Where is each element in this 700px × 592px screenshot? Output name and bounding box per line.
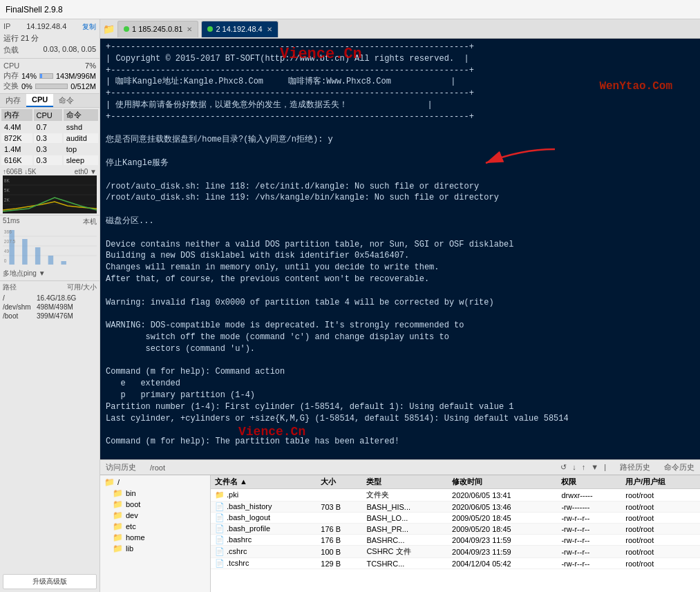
terminal[interactable]: Vience.Cn WenYtao.Com Vience.Cn +-------…: [100, 39, 700, 459]
path-row: /16.4G/18.6G: [3, 294, 97, 303]
file-row[interactable]: 📄 .bash_history 703 B BASH_HIS... 2020/0…: [211, 502, 700, 513]
svg-rect-11: [9, 230, 15, 265]
file-owner: root/root: [621, 502, 700, 513]
file-name: 📁 .pki: [211, 489, 316, 502]
file-row[interactable]: 📄 .cshrc 100 B CSHRC 文件 2004/09/23 11:59…: [211, 546, 700, 558]
terminal-line: [106, 448, 694, 459]
tree-item[interactable]: 📁boot: [102, 499, 209, 510]
cmd-history[interactable]: 命令历史: [664, 462, 694, 472]
terminal-line: p primary partition (1-4): [106, 390, 694, 401]
tab-2-close[interactable]: ✕: [267, 26, 272, 33]
cpu-value: 7%: [85, 61, 96, 70]
terminal-line: Changes will remain in memory only, unti…: [106, 262, 694, 274]
file-col-header[interactable]: 类型: [362, 475, 448, 489]
file-row[interactable]: 📄 .tcshrc 129 B TCSHRC... 2004/12/04 05:…: [211, 558, 700, 569]
proc-cpu: 0.7: [34, 122, 62, 132]
path-history[interactable]: 路径历史: [620, 462, 650, 472]
terminal-line: [106, 355, 694, 367]
svg-text:0: 0: [4, 258, 7, 263]
file-col-header[interactable]: 用户/用户组: [621, 475, 700, 489]
proc-col-cmd: 命令: [64, 109, 98, 121]
terminal-line: Device contains neither a valid DOS part…: [106, 239, 694, 251]
tab-mem[interactable]: 内存: [0, 94, 26, 107]
sidebar: IP 14.192.48.4 复制 运行 21 分 负载 0.03, 0.08,…: [0, 19, 100, 592]
svg-rect-15: [61, 261, 66, 265]
tree-item[interactable]: 📁dev: [102, 510, 209, 521]
path-list: /16.4G/18.6G/dev/shm498M/498M/boot399M/4…: [3, 294, 97, 321]
upload-icon[interactable]: ↑: [582, 463, 586, 472]
ip-label: IP: [3, 22, 10, 32]
download-icon[interactable]: ↓: [572, 463, 576, 472]
tab-1[interactable]: 1 185.245.0.81 ✕: [117, 21, 198, 37]
tab-cpu[interactable]: CPU: [26, 94, 53, 107]
ping-value: 51ms: [3, 217, 19, 227]
path-row: /dev/shm498M/498M: [3, 303, 97, 312]
terminal-line: 磁盘分区...: [106, 216, 694, 227]
mem-bar: [39, 73, 53, 79]
resource-section: CPU 7% 内存 14% 143M/996M 交换 0% 0/512M: [0, 59, 100, 94]
terminal-line: Command (m for help): The partition tabl…: [106, 436, 694, 448]
file-perm: -rw-r--r--: [557, 524, 621, 535]
terminal-line: +---------------------------------------…: [106, 111, 694, 123]
file-row[interactable]: 📄 .bash_logout BASH_LO... 2009/05/20 18:…: [211, 513, 700, 524]
svg-text:49: 49: [4, 249, 10, 254]
tab-2[interactable]: 2 14.192.48.4 ✕: [201, 21, 278, 37]
load-label: 负载: [3, 45, 19, 55]
tree-item[interactable]: 📁/: [102, 477, 209, 488]
file-owner: root/root: [621, 513, 700, 524]
load-value: 0.03, 0.08, 0.05: [44, 45, 96, 55]
tree-item[interactable]: 📁etc: [102, 521, 209, 532]
file-col-header[interactable]: 大小: [316, 475, 362, 489]
terminal-line: Building a new DOS disklabel with disk i…: [106, 250, 694, 262]
refresh-icon[interactable]: ↺: [560, 463, 567, 472]
path-name: /: [3, 294, 34, 302]
ping-multi[interactable]: 多地点ping ▼: [3, 269, 46, 277]
access-history[interactable]: 访问历史: [106, 462, 136, 472]
upgrade-button[interactable]: 升级高级版: [3, 574, 97, 589]
tree-item-label: bin: [126, 489, 136, 497]
file-col-header[interactable]: 修改时间: [448, 475, 557, 489]
copy-button[interactable]: 复制: [82, 22, 96, 32]
tree-item[interactable]: 📁home: [102, 532, 209, 543]
folder-icon: 📁: [113, 533, 123, 542]
terminal-line: [106, 204, 694, 216]
terminal-line: +---------------------------------------…: [106, 41, 694, 53]
net-chart-area: 8K 5K 2K: [3, 175, 97, 213]
net-iface[interactable]: eth0 ▼: [75, 168, 97, 175]
folder-icon: 📁: [113, 510, 123, 520]
file-col-header[interactable]: 权限: [557, 475, 621, 489]
ping-chart: 366 207.5 49 0: [3, 227, 97, 268]
bottombar: 访问历史 /root ↺ ↓ ↑ ▼ | 路径历史 命令历史: [100, 459, 700, 475]
proc-cpu: 0.3: [34, 133, 62, 143]
file-type: CSHRC 文件: [362, 546, 448, 558]
terminal-line: 您是否同意挂载数据盘到/home目录?(输入y同意/n拒绝): y: [106, 134, 694, 146]
tab-2-label: 2 14.192.48.4: [216, 25, 262, 33]
file-type-icon: 📄: [215, 559, 225, 567]
tree-item[interactable]: 📁bin: [102, 488, 209, 499]
current-path[interactable]: /root: [150, 464, 165, 472]
tab-cmd[interactable]: 命令: [53, 94, 79, 107]
file-type-icon: 📄: [215, 513, 225, 522]
tab-1-close[interactable]: ✕: [187, 26, 192, 33]
file-col-header[interactable]: 文件名 ▲: [211, 475, 316, 489]
folder-icon: 📁: [113, 499, 123, 509]
process-row: 872K0.3auditd: [1, 133, 98, 143]
file-row[interactable]: 📄 .bashrc 176 B BASHRC... 2004/09/23 11:…: [211, 535, 700, 546]
terminal-line: Command (m for help): Command action: [106, 366, 694, 378]
process-row: 1.4M0.3top: [1, 144, 98, 154]
ping-svg: 366 207.5 49 0: [3, 227, 97, 265]
path-size: 399M/476M: [37, 312, 73, 320]
file-mtime: 2004/09/23 11:59: [448, 546, 557, 558]
proc-mem: 872K: [1, 133, 32, 143]
file-row[interactable]: 📄 .bash_profile 176 B BASH_PR... 2009/05…: [211, 524, 700, 535]
tree-item[interactable]: 📁lib: [102, 543, 209, 554]
file-type-icon: 📄: [215, 547, 225, 555]
terminal-line: [106, 123, 694, 135]
file-type-icon: 📄: [215, 502, 225, 510]
file-row[interactable]: 📁 .pki 文件夹 2020/06/05 13:41 drwxr----- r…: [211, 489, 700, 502]
net-chart: 8K 5K 2K: [3, 175, 97, 213]
more-icon[interactable]: ▼: [591, 463, 598, 472]
terminal-line: 停止Kangle服务: [106, 157, 694, 169]
proc-cpu: 0.3: [34, 155, 62, 165]
tree-item-label: /: [117, 478, 120, 486]
